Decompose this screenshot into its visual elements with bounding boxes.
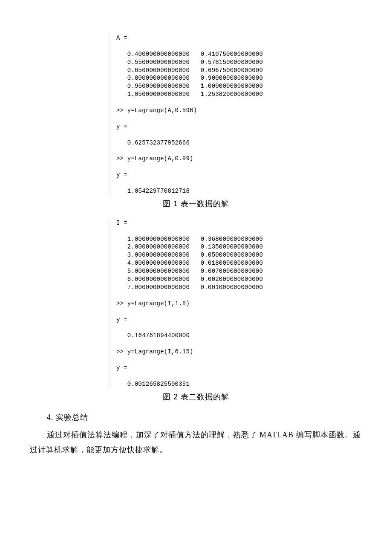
figure1-code-block: A = 0.400000000000000 0.410750000000000 … (109, 34, 285, 195)
figure1-caption-prefix: 图 (163, 199, 173, 208)
figure1-caption-number: 1 (173, 199, 178, 208)
figure1-caption: 图 1 表一数据的解 (30, 199, 362, 209)
figure1-caption-suffix: 表一数据的解 (178, 199, 229, 208)
figure2-code-block: I = 1.000000000000000 0.368000000000000 … (109, 219, 285, 388)
figure2-caption-suffix: 表二数据的解 (178, 393, 229, 401)
figure2-caption: 图 2 表二数据的解 (30, 392, 362, 402)
document-page: A = 0.400000000000000 0.410750000000000 … (0, 0, 392, 483)
figure2-caption-number: 2 (173, 393, 178, 401)
figure2-caption-prefix: 图 (163, 393, 173, 401)
summary-paragraph: 通过对插值法算法编程，加深了对插值方法的理解，熟悉了 MATLAB 编写脚本函数… (30, 428, 362, 457)
section-title: 4. 实验总结 (30, 412, 362, 422)
